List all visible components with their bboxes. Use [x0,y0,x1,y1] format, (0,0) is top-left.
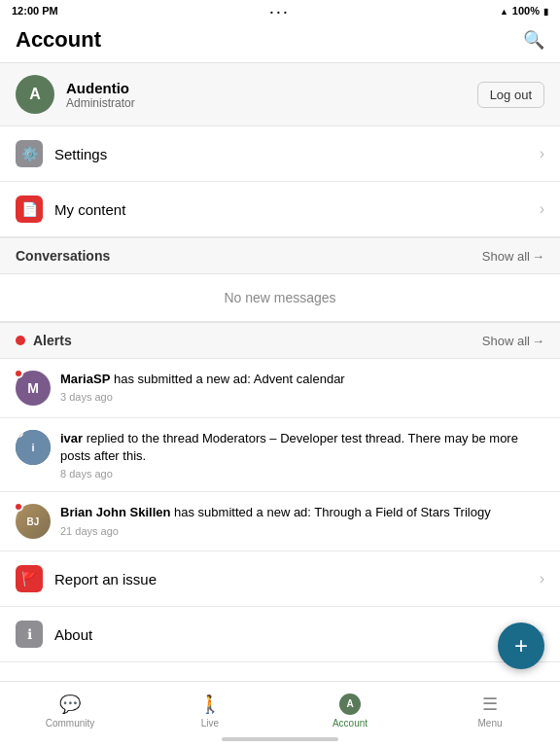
alert-dot-1 [14,369,23,378]
alert-item[interactable]: M MariaSP has submitted a new ad: Advent… [0,359,560,418]
fab-icon: + [514,632,528,659]
alerts-section-header: Alerts Show all → [0,322,560,359]
user-card: A Audentio Administrator Log out [0,63,560,126]
conversations-title: Conversations [16,248,110,264]
tab-menu[interactable]: ☰ Menu [420,688,560,742]
live-label: Live [201,718,219,729]
status-right: 100% [500,5,548,17]
alerts-red-dot [16,336,25,345]
search-icon[interactable]: 🔍 [523,29,544,51]
about-icon: ℹ [16,621,43,648]
alert-dot-3 [14,502,23,512]
status-bar: 12:00 PM 100% [0,0,560,21]
menu-label: Menu [477,718,502,729]
user-info: Audentio Administrator [66,80,477,110]
alert-text-1: MariaSP has submitted a new ad: Advent c… [60,371,544,388]
status-dots [270,5,288,17]
community-icon: 💬 [59,694,81,715]
alert-content-3: Brian John Skillen has submitted a new a… [60,504,544,536]
avatar: A [16,75,54,114]
alert-avatar-2: i [16,430,51,465]
tab-account-avatar: A [339,694,361,715]
report-chevron: › [540,570,544,587]
battery-percent: 100% [512,5,540,17]
alerts-title-row: Alerts [16,333,72,348]
settings-menu-item[interactable]: ⚙️ Settings › [0,126,560,182]
settings-chevron: › [540,145,544,162]
alert-text-3: Brian John Skillen has submitted a new a… [60,504,544,521]
settings-icon: ⚙️ [16,140,43,167]
home-indicator [222,737,338,741]
tab-community[interactable]: 💬 Community [0,688,140,742]
community-label: Community [46,718,95,729]
menu-icon: ☰ [482,694,498,715]
page-header: Account 🔍 [0,21,560,63]
wifi-icon [500,5,508,17]
alert-item[interactable]: i ivar replied to the thread Moderators … [0,418,560,492]
user-name: Audentio [66,80,477,96]
live-icon: 🚶 [199,694,221,715]
account-label: Account [332,718,368,729]
alert-time-3: 21 days ago [60,525,544,537]
about-menu-item[interactable]: ℹ About › [0,607,560,662]
report-issue-label: Report an issue [54,571,540,587]
tab-account[interactable]: A Account [280,688,420,742]
tab-live[interactable]: 🚶 Live [140,688,280,742]
my-content-icon: 📄 [16,196,43,223]
conversations-section-header: Conversations Show all → [0,237,560,274]
report-issue-menu-item[interactable]: 🚩 Report an issue › [0,551,560,607]
main-content: A Audentio Administrator Log out ⚙️ Sett… [0,63,560,676]
alerts-show-all[interactable]: Show all → [482,334,544,348]
page-title: Account [16,27,101,53]
conversations-show-all[interactable]: Show all → [482,249,544,264]
my-content-label: My content [54,201,540,218]
user-role: Administrator [66,96,477,110]
alert-text-2: ivar replied to the thread Moderators – … [60,430,544,465]
about-label: About [54,626,540,643]
alert-content-2: ivar replied to the thread Moderators – … [60,430,544,480]
settings-label: Settings [54,146,540,162]
my-content-menu-item[interactable]: 📄 My content › [0,182,560,237]
logout-button[interactable]: Log out [477,82,544,108]
alert-avatar-1: M [16,371,51,406]
alert-content-1: MariaSP has submitted a new ad: Advent c… [60,371,544,403]
report-icon: 🚩 [16,565,43,592]
alert-time-2: 8 days ago [60,468,544,480]
no-messages: No new messages [0,274,560,322]
my-content-chevron: › [540,200,544,218]
status-time: 12:00 PM [12,5,58,17]
alert-avatar-3: BJ [16,504,51,539]
alert-time-1: 3 days ago [60,391,544,403]
battery-icon [543,5,548,17]
alert-item[interactable]: BJ Brian John Skillen has submitted a ne… [0,492,560,551]
alerts-title: Alerts [33,333,72,348]
fab-button[interactable]: + [498,622,544,669]
